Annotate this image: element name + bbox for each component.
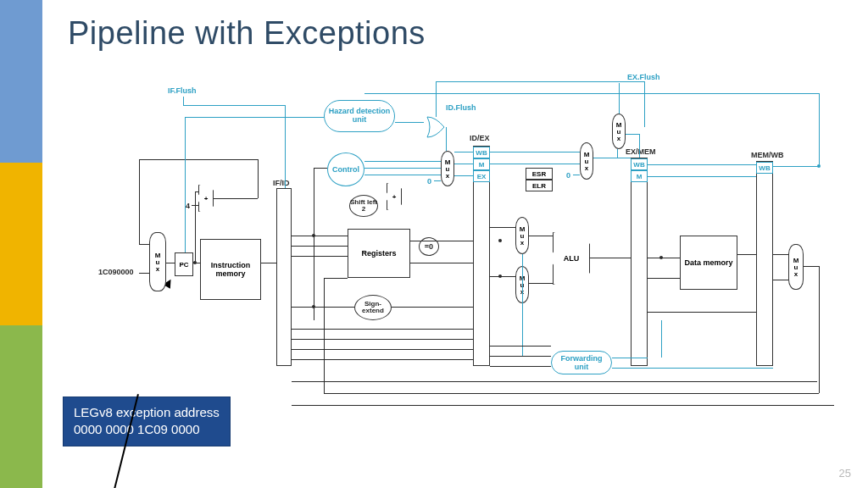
bus bbox=[490, 164, 580, 164]
wire bbox=[773, 280, 788, 280]
wb-mux: Mux bbox=[788, 244, 804, 290]
memwb-wb: WB bbox=[756, 162, 773, 174]
wire bbox=[292, 307, 354, 308]
accent-blue bbox=[0, 0, 42, 163]
wire bbox=[314, 168, 327, 169]
pc-mux: Mux bbox=[149, 232, 166, 291]
esr-register: ESR bbox=[526, 168, 553, 180]
wire bbox=[490, 227, 515, 228]
wire bbox=[292, 349, 473, 350]
wire bbox=[490, 276, 515, 277]
hazard-detection-unit: Hazard detection unit bbox=[324, 100, 395, 132]
idex-register: WB M EX bbox=[473, 146, 490, 366]
wire bbox=[410, 263, 473, 263]
bus bbox=[612, 368, 773, 369]
idex-m: M bbox=[473, 158, 490, 170]
wire bbox=[490, 366, 551, 367]
instruction-memory: Instruction memory bbox=[200, 239, 261, 300]
entry-address-label: 1C090000 bbox=[98, 268, 134, 276]
bus bbox=[648, 164, 756, 165]
wire bbox=[261, 263, 276, 263]
wire bbox=[529, 283, 553, 284]
shift-left-2: Shift left 2 bbox=[349, 195, 378, 217]
idex-label: ID/EX bbox=[470, 134, 490, 142]
wire bbox=[139, 159, 258, 160]
wire bbox=[139, 244, 149, 245]
bus bbox=[573, 175, 580, 175]
junction bbox=[659, 256, 663, 259]
bus bbox=[454, 152, 473, 152]
wire bbox=[529, 236, 553, 236]
pc-plus4-adder: + bbox=[198, 185, 214, 212]
bus bbox=[183, 97, 184, 105]
pc-register: PC bbox=[175, 252, 193, 276]
bus bbox=[619, 83, 620, 114]
wire bbox=[292, 329, 473, 330]
wire bbox=[258, 159, 259, 198]
sign-extend: Sign- extend bbox=[354, 295, 392, 320]
wire bbox=[195, 191, 198, 192]
wire bbox=[292, 339, 473, 340]
wire bbox=[648, 278, 680, 279]
junction bbox=[498, 274, 502, 278]
pipeline-diagram: 1C090000 Mux PC Instruction memory + 4 I… bbox=[110, 66, 848, 413]
wire bbox=[392, 307, 473, 308]
zero-input-id: 0 bbox=[427, 177, 431, 186]
bus bbox=[593, 158, 631, 158]
bus bbox=[436, 81, 644, 82]
const-four: 4 bbox=[186, 202, 190, 210]
id-flush-label: ID.Flush bbox=[446, 103, 476, 112]
bus bbox=[434, 180, 441, 181]
bus bbox=[436, 81, 437, 117]
bus bbox=[639, 134, 640, 158]
control-unit: Control bbox=[327, 152, 364, 186]
exmem-register: WB M bbox=[631, 158, 648, 366]
junction bbox=[312, 305, 315, 308]
ex-flush-label: EX.Flush bbox=[627, 73, 660, 81]
branch-adder: + bbox=[387, 183, 402, 210]
bus bbox=[446, 127, 447, 151]
wire bbox=[292, 359, 473, 360]
zero-input-ex: 0 bbox=[566, 171, 570, 180]
wire bbox=[292, 381, 817, 382]
bus bbox=[819, 93, 820, 166]
bus bbox=[648, 176, 756, 177]
exmem-m: M bbox=[631, 170, 648, 182]
accent-yellow bbox=[0, 163, 42, 325]
wire bbox=[410, 241, 473, 241]
bus bbox=[395, 122, 424, 123]
bus bbox=[626, 134, 639, 135]
bus bbox=[617, 149, 618, 158]
bus bbox=[364, 93, 819, 94]
junction bbox=[312, 234, 315, 237]
alu: ALU bbox=[553, 232, 590, 285]
slide-accent-bar bbox=[0, 0, 42, 488]
alu-src-a-mux: Mux bbox=[515, 217, 529, 254]
bus bbox=[364, 175, 441, 175]
elr-register: ELR bbox=[526, 180, 553, 191]
bus bbox=[364, 168, 441, 169]
slide-title: Pipeline with Exceptions bbox=[68, 15, 426, 52]
wire bbox=[195, 191, 196, 263]
junction bbox=[193, 261, 197, 264]
bus bbox=[185, 117, 186, 252]
junction bbox=[498, 239, 502, 242]
wire bbox=[166, 263, 175, 263]
ex-flush-mux: Mux bbox=[612, 114, 626, 149]
wire bbox=[314, 168, 314, 320]
accent-green bbox=[0, 325, 42, 488]
wire bbox=[292, 236, 348, 236]
wire bbox=[324, 278, 348, 279]
ifid-register bbox=[276, 188, 292, 366]
idex-ex: EX bbox=[473, 170, 490, 182]
exmem-wb: WB bbox=[631, 158, 648, 170]
wire bbox=[819, 266, 820, 393]
data-memory: Data memory bbox=[680, 236, 737, 290]
idex-wb: WB bbox=[473, 147, 490, 158]
exmem-label: EX/MEM bbox=[626, 147, 656, 156]
wire bbox=[139, 273, 149, 274]
wire bbox=[737, 254, 756, 255]
wire bbox=[773, 254, 788, 255]
control-bubble-mux: Mux bbox=[441, 151, 454, 186]
callout-line-2: 0000 0000 1C09 0000 bbox=[74, 421, 220, 438]
